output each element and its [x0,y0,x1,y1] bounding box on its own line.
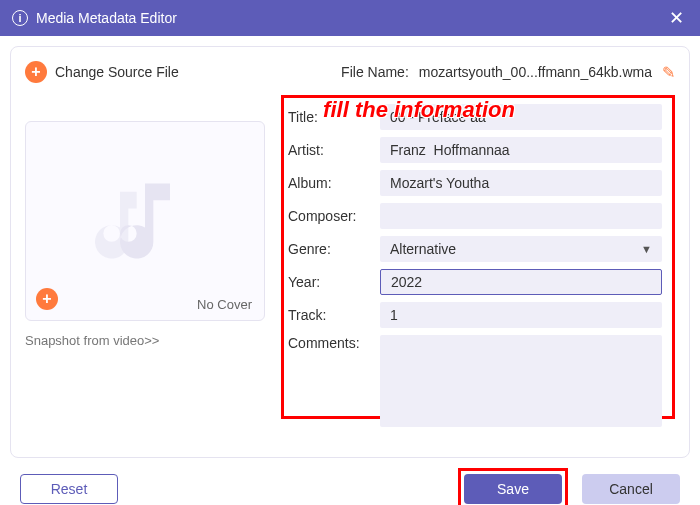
main-panel: + Change Source File File Name: mozartsy… [10,46,690,458]
artist-row: Artist: [288,137,662,163]
genre-label: Genre: [288,241,380,257]
footer: Reset Save Cancel [0,458,700,505]
track-input[interactable] [380,302,662,328]
track-row: Track: [288,302,662,328]
artist-label: Artist: [288,142,380,158]
save-highlight-box: Save [458,468,568,505]
comments-label: Comments: [288,335,380,351]
year-label: Year: [288,274,380,290]
reset-button[interactable]: Reset [20,474,118,504]
genre-value: Alternative [390,241,456,257]
change-source-button[interactable]: + Change Source File [25,61,179,83]
pencil-icon[interactable]: ✎ [662,63,675,82]
album-label: Album: [288,175,380,191]
cover-box[interactable]: + No Cover [25,121,265,321]
file-name-area: File Name: mozartsyouth_00...ffmann_64kb… [341,63,675,82]
composer-row: Composer: [288,203,662,229]
no-cover-label: No Cover [197,297,252,312]
genre-row: Genre: Alternative ▼ [288,236,662,262]
title-bar: i Media Metadata Editor ✕ [0,0,700,36]
year-input[interactable] [380,269,662,295]
annotation-text: fill the information [323,97,515,123]
file-name-label: File Name: [341,64,409,80]
window-title: Media Metadata Editor [36,10,665,26]
save-button[interactable]: Save [464,474,562,504]
music-note-icon [95,171,195,271]
cancel-button[interactable]: Cancel [582,474,680,504]
comments-textarea[interactable] [380,335,662,427]
composer-label: Composer: [288,208,380,224]
info-icon: i [12,10,28,26]
body-area: + No Cover Snapshot from video>> Title: … [25,121,675,419]
plus-icon: + [25,61,47,83]
form-column: Title: Artist: Album: Composer: Genre: [281,121,675,419]
year-row: Year: [288,269,662,295]
album-row: Album: [288,170,662,196]
add-cover-button[interactable]: + [36,288,58,310]
form-highlight-box: Title: Artist: Album: Composer: Genre: [281,95,675,419]
genre-select[interactable]: Alternative ▼ [380,236,662,262]
close-icon[interactable]: ✕ [665,7,688,29]
change-source-label: Change Source File [55,64,179,80]
album-input[interactable] [380,170,662,196]
comments-row: Comments: [288,335,662,427]
snapshot-link[interactable]: Snapshot from video>> [25,333,265,348]
artist-input[interactable] [380,137,662,163]
cover-column: + No Cover Snapshot from video>> [25,121,265,419]
top-row: + Change Source File File Name: mozartsy… [25,61,675,83]
file-name-value: mozartsyouth_00...ffmann_64kb.wma [419,64,652,80]
chevron-down-icon: ▼ [641,243,652,255]
composer-input[interactable] [380,203,662,229]
track-label: Track: [288,307,380,323]
